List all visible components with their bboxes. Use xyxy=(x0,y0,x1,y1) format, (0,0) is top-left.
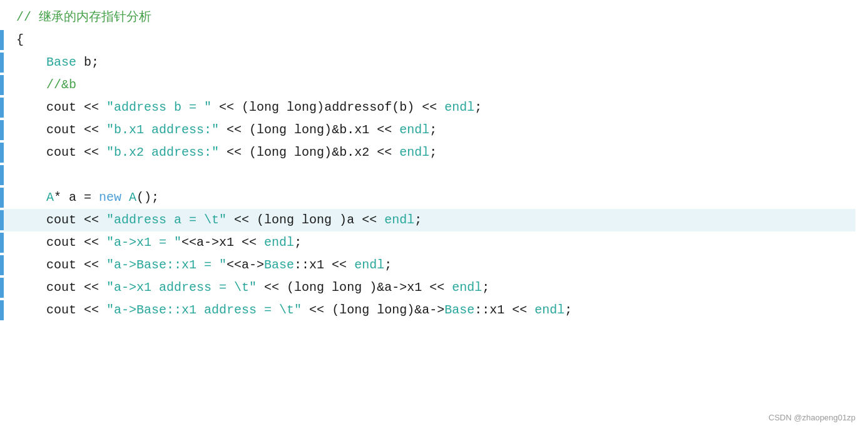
code-token: cout xyxy=(46,235,76,250)
code-token: "address b = " xyxy=(106,100,212,114)
code-content: A* a = new A(); xyxy=(16,188,855,208)
code-token: Base xyxy=(46,55,76,69)
code-token: endl xyxy=(399,123,429,137)
code-token: cout xyxy=(46,213,76,227)
watermark: CSDN @zhaopeng01zp xyxy=(768,412,855,425)
line-bar xyxy=(0,98,4,118)
code-token: (long long) xyxy=(249,145,332,160)
code-token: endl xyxy=(354,258,384,272)
code-token xyxy=(16,100,46,114)
code-token: ; xyxy=(414,213,422,227)
code-token: { xyxy=(16,33,24,47)
code-token: new xyxy=(99,190,121,205)
code-token: << xyxy=(76,123,106,137)
code-token: &a-> xyxy=(414,303,444,317)
code-token: (long long) xyxy=(332,303,414,317)
line-bar xyxy=(0,120,4,140)
line-bar xyxy=(0,210,4,230)
code-token xyxy=(16,235,46,250)
line-bar xyxy=(0,75,4,95)
code-line: { xyxy=(0,29,855,51)
code-token: <<a-> xyxy=(227,258,264,272)
code-token: cout xyxy=(46,258,76,272)
code-content: // 继承的内存指针分析 xyxy=(16,8,855,28)
code-content: cout << "b.x2 address:" << (long long)&b… xyxy=(16,143,855,163)
code-token: (long long ) xyxy=(257,213,347,227)
code-container: // 继承的内存指针分析{ Base b; //&b cout << "addr… xyxy=(0,0,868,431)
code-token: << xyxy=(76,280,106,295)
code-token: &a->x1 << xyxy=(377,280,452,295)
line-bar xyxy=(0,278,4,298)
code-token: A xyxy=(46,190,54,205)
code-token: "b.x2 address:" xyxy=(106,145,219,160)
code-token xyxy=(16,258,46,272)
code-line: Base b; xyxy=(0,51,855,74)
code-token: endl xyxy=(444,100,474,114)
code-token: endl xyxy=(264,235,294,250)
code-content: //&b xyxy=(16,75,855,95)
code-content: Base b; xyxy=(16,53,855,73)
code-token: << xyxy=(257,280,287,295)
code-token: endl xyxy=(399,145,429,160)
code-token xyxy=(16,303,46,317)
code-token xyxy=(16,123,46,137)
code-token xyxy=(16,280,46,295)
code-token: ; xyxy=(482,280,489,295)
code-line: cout << "address a = \t" << (long long )… xyxy=(0,209,855,231)
code-token: (b) << xyxy=(392,100,444,114)
code-content: cout << "address a = \t" << (long long )… xyxy=(16,210,855,230)
code-token: ::x1 << xyxy=(474,303,534,317)
code-token: ; xyxy=(294,235,302,250)
code-token: Base xyxy=(264,258,294,272)
code-token: cout xyxy=(46,145,76,160)
code-token: ; xyxy=(474,100,482,114)
code-token: Base xyxy=(444,303,474,317)
code-token: ; xyxy=(384,258,392,272)
code-token: "a->Base::x1 address = \t" xyxy=(106,303,302,317)
code-token: << xyxy=(219,145,249,160)
code-token: (); xyxy=(136,190,159,205)
code-token: << xyxy=(76,235,106,250)
code-line: cout << "a->x1 = "<<a->x1 << endl; xyxy=(0,231,855,254)
code-token: << xyxy=(219,123,249,137)
line-bar xyxy=(0,165,4,185)
line-bar xyxy=(0,300,4,320)
code-content: cout << "a->x1 = "<<a->x1 << endl; xyxy=(16,233,855,253)
code-token: A xyxy=(129,190,136,205)
line-bar xyxy=(0,143,4,163)
code-token xyxy=(16,190,46,205)
code-token: << xyxy=(76,303,106,317)
line-bar xyxy=(0,30,4,50)
code-content xyxy=(16,165,855,185)
code-content: cout << "b.x1 address:" << (long long)&b… xyxy=(16,120,855,140)
code-token: &b.x2 << xyxy=(332,145,399,160)
code-token: << xyxy=(76,258,106,272)
code-token: cout xyxy=(46,303,76,317)
code-token: "a->x1 address = \t" xyxy=(106,280,257,295)
code-token: ::x1 << xyxy=(294,258,354,272)
code-token: endl xyxy=(384,213,414,227)
code-token: (long long) xyxy=(249,123,332,137)
code-token xyxy=(16,55,46,69)
code-line: cout << "b.x2 address:" << (long long)&b… xyxy=(0,141,855,164)
code-token: b; xyxy=(76,55,99,69)
code-content: cout << "address b = " << (long long)add… xyxy=(16,98,855,118)
code-token: "b.x1 address:" xyxy=(106,123,219,137)
code-token: * a = xyxy=(54,190,99,205)
line-bar xyxy=(0,188,4,208)
code-token: "address a = \t" xyxy=(106,213,227,227)
code-token: "a->Base::x1 = " xyxy=(106,258,227,272)
code-token: // 继承的内存指针分析 xyxy=(16,10,151,24)
code-token: (long long ) xyxy=(287,280,377,295)
code-content: cout << "a->Base::x1 address = \t" << (l… xyxy=(16,300,855,320)
code-line: cout << "a->x1 address = \t" << (long lo… xyxy=(0,276,855,299)
code-line: cout << "b.x1 address:" << (long long)&b… xyxy=(0,119,855,141)
code-token: ; xyxy=(429,145,437,160)
code-line: // 继承的内存指针分析 xyxy=(0,6,855,29)
code-token: << xyxy=(227,213,257,227)
code-token: << xyxy=(76,145,106,160)
code-line: //&b xyxy=(0,74,855,96)
code-token: << xyxy=(302,303,332,317)
line-bar xyxy=(0,255,4,275)
code-content: cout << "a->Base::x1 = "<<a->Base::x1 <<… xyxy=(16,255,855,275)
